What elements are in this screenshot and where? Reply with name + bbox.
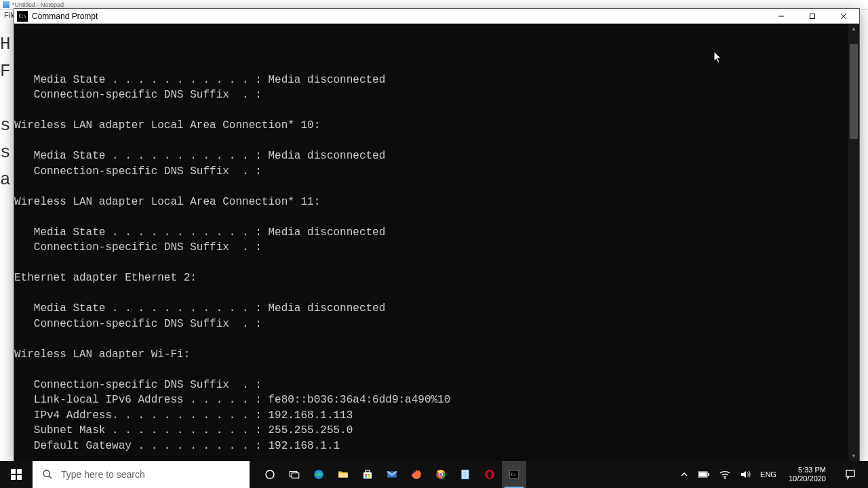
volume-icon bbox=[740, 470, 751, 479]
svg-rect-16 bbox=[366, 470, 370, 472]
tray-language[interactable]: ENG bbox=[759, 461, 778, 488]
edge-icon bbox=[313, 468, 325, 481]
search-icon bbox=[42, 469, 53, 480]
terminal-line: Media State . . . . . . . . . . . : Medi… bbox=[14, 301, 859, 317]
svg-rect-5 bbox=[17, 469, 22, 474]
terminal-line bbox=[14, 179, 859, 195]
opera-app[interactable] bbox=[477, 461, 502, 488]
scroll-down-arrow[interactable]: ▼ bbox=[848, 451, 859, 462]
svg-rect-12 bbox=[292, 473, 299, 479]
window-title: Command Prompt bbox=[32, 12, 766, 21]
maximize-button[interactable] bbox=[797, 9, 828, 23]
action-center-button[interactable] bbox=[837, 469, 864, 480]
terminal-line: Default Gateway . . . . . . . . . : 192.… bbox=[14, 439, 859, 454]
terminal-line: Connection-specific DNS Suffix . : bbox=[14, 317, 859, 332]
terminal-line: Subnet Mask . . . . . . . . . . . : 255.… bbox=[14, 423, 859, 439]
window-titlebar[interactable]: Command Prompt bbox=[14, 9, 859, 24]
opera-icon bbox=[484, 468, 496, 481]
svg-text:C:\: C:\ bbox=[511, 472, 517, 476]
terminal-line bbox=[14, 209, 859, 225]
terminal-line: Connection-specific DNS Suffix . : bbox=[14, 164, 859, 180]
notification-icon bbox=[845, 469, 856, 480]
terminal-line: Connection-specific DNS Suffix . : bbox=[14, 87, 859, 103]
svg-line-9 bbox=[49, 476, 52, 479]
tray-chevron-up[interactable] bbox=[679, 461, 690, 488]
svg-rect-19 bbox=[365, 476, 367, 477]
chrome-icon bbox=[435, 468, 447, 481]
taskbar-search[interactable]: Type here to search bbox=[33, 461, 250, 488]
command-prompt-app[interactable]: C:\ bbox=[502, 461, 526, 488]
terminal-line: Connection-specific DNS Suffix . : bbox=[14, 378, 859, 393]
taskbar: Type here to search bbox=[0, 461, 868, 488]
tray-clock[interactable]: 5:33 PM 10/20/2020 bbox=[785, 466, 830, 483]
mail-app[interactable] bbox=[380, 461, 404, 488]
cortana-button[interactable] bbox=[258, 461, 282, 488]
terminal-scrollbar[interactable]: ▲ ▼ bbox=[848, 24, 859, 462]
terminal-line: Wireless LAN adapter Local Area Connecti… bbox=[14, 195, 859, 210]
svg-rect-38 bbox=[846, 470, 854, 476]
terminal-line: IPv4 Address. . . . . . . . . . . : 192.… bbox=[14, 408, 859, 424]
notepad-content-partial: H F s s a bbox=[0, 30, 11, 193]
battery-icon bbox=[698, 470, 710, 479]
notepad-taskbar-icon bbox=[459, 468, 471, 481]
start-button[interactable] bbox=[0, 461, 33, 488]
terminal-line: Media State . . . . . . . . . . . : Medi… bbox=[14, 225, 859, 241]
terminal-output[interactable]: Media State . . . . . . . . . . . : Medi… bbox=[14, 24, 859, 462]
svg-rect-14 bbox=[338, 474, 348, 478]
cmd-icon bbox=[17, 11, 28, 22]
terminal-line bbox=[14, 256, 859, 271]
svg-rect-18 bbox=[368, 474, 370, 475]
firefox-icon bbox=[410, 468, 422, 481]
edge-app[interactable] bbox=[307, 461, 331, 488]
svg-point-25 bbox=[439, 473, 443, 476]
taskbar-pinned-apps: C:\ bbox=[258, 461, 526, 488]
clock-time: 5:33 PM bbox=[789, 466, 826, 474]
terminal-line bbox=[14, 286, 859, 302]
clock-date: 10/20/2020 bbox=[789, 474, 826, 483]
search-placeholder: Type here to search bbox=[61, 469, 145, 480]
terminal-line: Connection-specific DNS Suffix . : bbox=[14, 240, 859, 256]
tray-battery[interactable] bbox=[696, 461, 711, 488]
mail-icon bbox=[386, 468, 398, 481]
terminal-line bbox=[14, 134, 859, 149]
terminal-line: Media State . . . . . . . . . . . : Medi… bbox=[14, 148, 859, 164]
svg-point-8 bbox=[43, 470, 50, 476]
window-control-buttons bbox=[766, 9, 859, 23]
svg-rect-7 bbox=[17, 475, 22, 480]
terminal-line: Wireless LAN adapter Wi-Fi: bbox=[14, 347, 859, 363]
svg-rect-35 bbox=[699, 472, 707, 476]
svg-rect-4 bbox=[11, 469, 16, 474]
svg-rect-6 bbox=[11, 475, 16, 480]
scroll-thumb[interactable] bbox=[850, 44, 858, 139]
language-indicator: ENG bbox=[760, 470, 776, 479]
minimize-button[interactable] bbox=[766, 9, 797, 23]
svg-rect-15 bbox=[363, 472, 372, 479]
firefox-app[interactable] bbox=[404, 461, 429, 488]
notepad-app[interactable] bbox=[453, 461, 477, 488]
svg-rect-20 bbox=[368, 476, 370, 477]
task-view-button[interactable] bbox=[282, 461, 307, 488]
chrome-app[interactable] bbox=[429, 461, 453, 488]
windows-logo-icon bbox=[11, 469, 22, 480]
terminal-line bbox=[14, 103, 859, 119]
chevron-up-icon bbox=[680, 470, 688, 479]
svg-rect-1 bbox=[810, 14, 815, 18]
file-explorer-app[interactable] bbox=[331, 461, 355, 488]
notepad-icon bbox=[3, 1, 9, 8]
tray-volume[interactable] bbox=[738, 461, 752, 488]
cortana-icon bbox=[264, 468, 276, 481]
scroll-up-arrow[interactable]: ▲ bbox=[848, 24, 859, 35]
terminal-line: Media State . . . . . . . . . . . : Medi… bbox=[14, 73, 859, 88]
svg-point-37 bbox=[724, 478, 726, 479]
store-app[interactable] bbox=[355, 461, 380, 488]
svg-rect-36 bbox=[708, 473, 709, 476]
terminal-line bbox=[14, 331, 859, 347]
tray-wifi[interactable] bbox=[718, 461, 732, 488]
svg-point-31 bbox=[488, 471, 492, 479]
terminal-line bbox=[14, 362, 859, 378]
terminal-line: Ethernet adapter Ethernet 2: bbox=[14, 270, 859, 286]
store-icon bbox=[361, 468, 374, 481]
task-view-icon bbox=[288, 468, 300, 481]
close-button[interactable] bbox=[828, 9, 859, 23]
folder-icon bbox=[337, 468, 349, 481]
